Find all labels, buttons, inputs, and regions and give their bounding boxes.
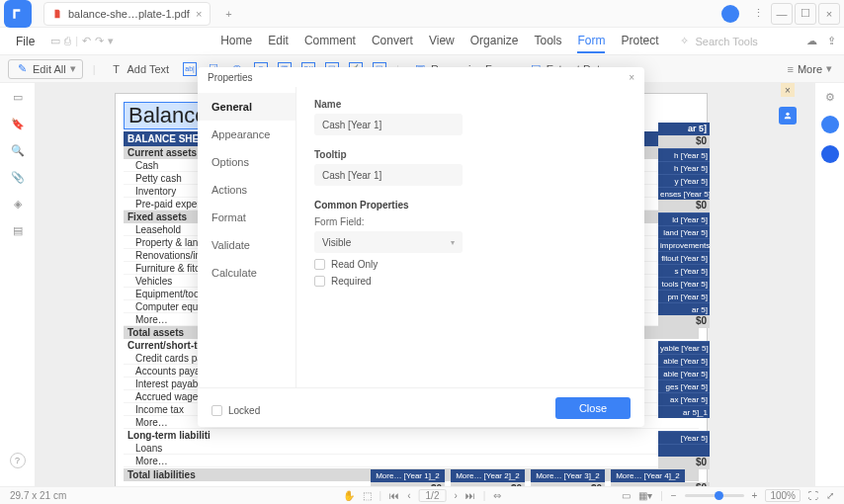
prev-page-icon[interactable]: ‹: [407, 490, 410, 501]
year5-column: ar 5] $0 h [Year 5] h [Year 5] y [Year 5…: [658, 123, 710, 486]
select-tool-icon[interactable]: ⬚: [363, 490, 372, 501]
prop-tab-format[interactable]: Format: [198, 204, 295, 231]
tab-protect[interactable]: Protect: [621, 30, 658, 53]
user-avatar[interactable]: [721, 5, 739, 23]
tab-organize[interactable]: Organize: [470, 30, 519, 53]
file-menu[interactable]: File: [8, 35, 42, 48]
fields-icon[interactable]: ▤: [13, 224, 23, 237]
tab-form[interactable]: Form: [577, 30, 605, 53]
tab-convert[interactable]: Convert: [372, 30, 413, 53]
title-bar: balance-she…plate-1.pdf × + ⋮ — ☐ ×: [0, 0, 844, 28]
fit-page-icon[interactable]: ⛶: [808, 490, 818, 501]
zoom-level[interactable]: 100%: [765, 489, 801, 502]
prop-tab-appearance[interactable]: Appearance: [198, 121, 295, 148]
zoom-in-icon[interactable]: +: [752, 490, 758, 501]
first-page-icon[interactable]: ⏮: [389, 490, 399, 501]
add-tab-button[interactable]: +: [218, 4, 238, 24]
fit-width-icon[interactable]: ⇔: [493, 490, 501, 501]
form-field-label: Form Field:: [314, 216, 627, 227]
prop-tab-general[interactable]: General: [198, 93, 295, 121]
attachment-icon[interactable]: 📎: [11, 171, 25, 184]
status-bar: 29.7 x 21 cm ✋ ⬚ | ⏮ ‹ 1/2 › ⏭ | ⇔ ▭ ▦▾ …: [0, 486, 844, 504]
layout-icon[interactable]: ▦▾: [638, 490, 652, 501]
next-page-icon[interactable]: ›: [454, 490, 457, 501]
chevron-down-icon: ▾: [451, 238, 455, 247]
undo-icon[interactable]: ↶: [82, 35, 91, 47]
svg-point-0: [786, 113, 789, 116]
ai-icon[interactable]: [821, 116, 839, 133]
search-placeholder: Search Tools: [695, 36, 757, 47]
textfield-icon[interactable]: ab|: [183, 62, 197, 76]
search-icon[interactable]: 🔍: [11, 144, 25, 157]
name-input[interactable]: Cash [Year 1]: [314, 114, 463, 135]
required-checkbox[interactable]: Required: [314, 276, 627, 287]
properties-tabs: General Appearance Options Actions Forma…: [198, 87, 296, 387]
search-tools[interactable]: ✧ Search Tools: [680, 35, 757, 47]
maximize-button[interactable]: ☐: [795, 3, 816, 25]
read-only-checkbox[interactable]: Read Only: [314, 259, 627, 270]
document-tab[interactable]: balance-she…plate-1.pdf ×: [43, 2, 211, 26]
hamburger-icon: ≡: [788, 63, 794, 75]
last-page-icon[interactable]: ⏭: [465, 490, 475, 501]
right-sidebar: ⚙: [814, 83, 844, 486]
minimize-button[interactable]: —: [771, 3, 793, 25]
dialog-close-icon[interactable]: ×: [629, 72, 634, 83]
tooltip-input[interactable]: Cash [Year 1]: [314, 164, 463, 186]
more-fields-row: More… [Year 1]_2 More… [Year 2]_2 More… …: [371, 469, 685, 482]
zoom-out-icon[interactable]: −: [671, 490, 677, 501]
chevron-down-icon: ▾: [70, 62, 76, 75]
help-icon[interactable]: ?: [10, 453, 26, 468]
tab-home[interactable]: Home: [220, 30, 252, 53]
hand-tool-icon[interactable]: ✋: [343, 490, 355, 501]
pencil-icon: ✎: [15, 62, 29, 76]
prop-tab-calculate[interactable]: Calculate: [198, 259, 295, 287]
menu-bar: File ▭ ⎙ | ↶ ↷ ▾ Home Edit Comment Conve…: [0, 28, 844, 55]
close-window-button[interactable]: ×: [818, 3, 840, 25]
prop-tab-options[interactable]: Options: [198, 148, 295, 176]
section-long-liab: Long-term liabiliti: [124, 429, 699, 442]
save-icon[interactable]: ▭: [50, 35, 60, 47]
tab-tools[interactable]: Tools: [534, 30, 561, 53]
page-indicator[interactable]: 1/2: [419, 489, 447, 502]
common-properties-label: Common Properties: [314, 200, 627, 210]
layers-icon[interactable]: ◈: [14, 198, 22, 210]
tab-comment[interactable]: Comment: [304, 30, 356, 53]
kebab-icon[interactable]: ⋮: [747, 3, 769, 25]
wand-icon: ✧: [680, 35, 689, 47]
app-logo: [4, 0, 32, 28]
cloud-icon[interactable]: ☁: [806, 35, 817, 47]
left-sidebar: ▭ 🔖 🔍 📎 ◈ ▤ ?: [0, 83, 36, 486]
fullscreen-icon[interactable]: ⤢: [826, 490, 834, 501]
chevron-down-icon[interactable]: ▾: [108, 35, 114, 47]
properties-dialog: Properties × General Appearance Options …: [198, 67, 644, 427]
add-text-button[interactable]: T Add Text: [106, 60, 174, 78]
bookmark-icon[interactable]: 🔖: [11, 118, 25, 130]
upload-icon[interactable]: ⇪: [827, 35, 836, 47]
tab-title: balance-she…plate-1.pdf: [68, 8, 190, 20]
visibility-select[interactable]: Visible ▾: [314, 231, 463, 253]
alert-close-icon[interactable]: ×: [781, 83, 795, 97]
assistant-icon[interactable]: [821, 145, 839, 163]
tab-edit[interactable]: Edit: [268, 30, 289, 53]
close-button[interactable]: Close: [555, 397, 631, 419]
prop-tab-actions[interactable]: Actions: [198, 176, 295, 204]
name-label: Name: [314, 99, 627, 110]
more-button[interactable]: ≡ More ▾: [784, 60, 836, 77]
locked-checkbox[interactable]: Locked: [211, 405, 260, 416]
close-tab-icon[interactable]: ×: [196, 8, 202, 20]
print-icon[interactable]: ⎙: [64, 35, 71, 47]
view-mode-icon[interactable]: ▭: [622, 490, 631, 501]
dialog-title: Properties: [208, 72, 253, 83]
prop-tab-validate[interactable]: Validate: [198, 231, 295, 259]
settings-icon[interactable]: ⚙: [825, 91, 835, 104]
thumbnails-icon[interactable]: ▭: [13, 91, 23, 104]
redo-icon[interactable]: ↷: [95, 35, 104, 47]
page-dimensions: 29.7 x 21 cm: [10, 490, 66, 501]
tooltip-label: Tooltip: [314, 149, 627, 160]
menu-tabs: Home Edit Comment Convert View Organize …: [220, 30, 658, 53]
zoom-slider[interactable]: [685, 494, 744, 497]
person-icon[interactable]: [779, 107, 797, 125]
edit-all-button[interactable]: ✎ Edit All ▾: [8, 59, 83, 79]
tab-view[interactable]: View: [429, 30, 455, 53]
text-icon: T: [110, 62, 124, 76]
